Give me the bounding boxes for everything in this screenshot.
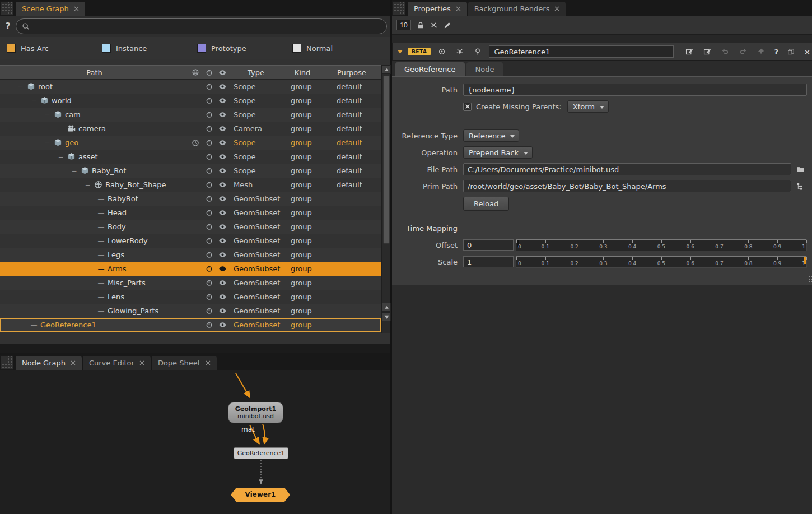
eye-icon[interactable]: [218, 237, 227, 245]
node-viewer1[interactable]: Viewer1: [231, 488, 290, 502]
scenegraph-row-head[interactable]: —HeadGeomSubsetgroup: [0, 206, 381, 220]
scenegraph-row-geo[interactable]: −geoScopegroupdefault: [0, 136, 381, 150]
power-icon[interactable]: [206, 293, 213, 300]
frame-value-field[interactable]: [396, 20, 411, 30]
eye-icon[interactable]: [218, 124, 227, 133]
power-icon[interactable]: [206, 209, 213, 216]
scale-field[interactable]: [463, 256, 514, 267]
collapse-arrow-icon[interactable]: [397, 49, 403, 55]
node-georeference1[interactable]: GeoReference1: [234, 447, 288, 459]
reload-button[interactable]: Reload: [463, 197, 509, 211]
power-icon[interactable]: [206, 125, 213, 132]
eye-icon[interactable]: [218, 110, 227, 119]
power-icon[interactable]: [206, 237, 213, 244]
browse-file-icon[interactable]: [795, 164, 807, 175]
xform-dropdown[interactable]: Xform: [567, 100, 609, 113]
scenegraph-row-georeference1[interactable]: —GeoReference1GeomSubsetgroup: [0, 318, 381, 332]
tree-expander[interactable]: —: [97, 251, 105, 259]
create-missing-parents-checkbox[interactable]: [463, 103, 472, 111]
tree-expander[interactable]: —: [30, 321, 38, 329]
operation-dropdown[interactable]: Prepend Back: [463, 146, 533, 159]
lightbulb-icon[interactable]: [471, 46, 484, 57]
node-graph-canvas[interactable]: GeoImport1 minibot.usd mat GeoReference1…: [0, 370, 390, 514]
lock-icon[interactable]: [417, 21, 424, 29]
tree-expander[interactable]: −: [44, 111, 51, 119]
eye-icon[interactable]: [218, 82, 227, 91]
view-node-icon[interactable]: [435, 46, 449, 57]
undo-icon[interactable]: [718, 46, 732, 57]
scenegraph-row-misc_parts[interactable]: —Misc_PartsGeomSubsetgroup: [0, 276, 381, 290]
scenegraph-row-arms[interactable]: —ArmsGeomSubsetgroup: [0, 262, 381, 276]
close-tab-icon[interactable]: [139, 360, 144, 365]
pin-icon[interactable]: [754, 46, 768, 57]
edit-box-icon[interactable]: [683, 46, 696, 57]
close-tab-icon[interactable]: [71, 360, 76, 365]
panel-grip[interactable]: [392, 1, 405, 16]
tree-expander[interactable]: −: [30, 97, 38, 105]
eye-icon[interactable]: [218, 293, 227, 301]
tree-expander[interactable]: —: [97, 279, 105, 287]
tree-expander[interactable]: —: [97, 223, 105, 231]
power-icon[interactable]: [206, 83, 213, 90]
node-geoimport1[interactable]: GeoImport1 minibot.usd: [228, 402, 283, 423]
search-box[interactable]: [16, 18, 387, 34]
power-icon[interactable]: [206, 279, 213, 286]
scenegraph-row-camera[interactable]: —cameraCameragroupdefault: [0, 122, 381, 136]
power-icon[interactable]: [206, 111, 213, 118]
edit-box-alt-icon[interactable]: [701, 46, 714, 57]
power-icon[interactable]: [206, 139, 213, 146]
fly-icon[interactable]: [453, 46, 466, 57]
tab-node-graph[interactable]: Node Graph: [16, 356, 82, 370]
pencil-icon[interactable]: [444, 21, 451, 29]
tree-expander[interactable]: —: [97, 293, 105, 301]
offset-timeline[interactable]: 00.10.20.30.40.50.60.70.80.91: [516, 239, 807, 251]
tab-properties[interactable]: Properties: [408, 2, 467, 16]
tree-expander[interactable]: −: [17, 83, 24, 91]
scenegraph-row-glowing_parts[interactable]: —Glowing_PartsGeomSubsetgroup: [0, 304, 381, 318]
scrollbar-thumb[interactable]: [383, 76, 390, 244]
power-icon[interactable]: [206, 195, 213, 202]
scrollbar[interactable]: [381, 65, 390, 333]
help-icon[interactable]: ?: [3, 21, 12, 31]
redo-icon[interactable]: [736, 46, 750, 57]
tree-expander[interactable]: —: [97, 209, 105, 217]
close-tab-icon[interactable]: [456, 6, 461, 11]
search-input[interactable]: [33, 22, 381, 31]
scroll-down-icon[interactable]: [382, 312, 391, 321]
close-icon[interactable]: ×: [802, 48, 812, 56]
eye-icon[interactable]: [218, 166, 227, 175]
prim-path-field[interactable]: [463, 180, 791, 192]
scale-timeline[interactable]: 00.10.20.30.40.50.60.70.80.91: [516, 256, 807, 268]
eye-icon[interactable]: [218, 251, 227, 259]
scenegraph-row-lens[interactable]: —LensGeomSubsetgroup: [0, 290, 381, 304]
power-icon[interactable]: [206, 181, 213, 188]
float-window-icon[interactable]: [785, 46, 798, 57]
eye-icon[interactable]: [218, 265, 227, 273]
tab-node[interactable]: Node: [466, 62, 503, 76]
file-path-field[interactable]: [463, 163, 791, 175]
close-tab-icon[interactable]: [74, 6, 79, 11]
tree-expander[interactable]: −: [84, 181, 91, 189]
eye-icon[interactable]: [218, 152, 227, 161]
eye-icon[interactable]: [218, 96, 227, 105]
eye-icon[interactable]: [218, 195, 227, 203]
power-icon[interactable]: [206, 167, 213, 174]
power-icon[interactable]: [206, 321, 213, 328]
eye-icon[interactable]: [218, 321, 227, 329]
eye-icon[interactable]: [218, 209, 227, 217]
eye-icon[interactable]: [218, 307, 227, 315]
scenegraph-row-body[interactable]: —BodyGeomSubsetgroup: [0, 220, 381, 234]
node-name-field[interactable]: [489, 45, 674, 58]
offset-field[interactable]: [463, 239, 514, 251]
unpin-icon[interactable]: [430, 21, 438, 29]
scroll-up-icon[interactable]: [382, 65, 391, 74]
power-icon[interactable]: [206, 153, 213, 160]
eye-icon[interactable]: [218, 279, 227, 287]
scenegraph-row-asset[interactable]: −assetScopegroupdefault: [0, 150, 381, 164]
scenegraph-row-cam[interactable]: −camScopegroupdefault: [0, 108, 381, 122]
tree-expander[interactable]: −: [44, 139, 51, 147]
close-tab-icon[interactable]: [206, 360, 211, 365]
tree-expander[interactable]: —: [97, 265, 105, 273]
tab-background-renders[interactable]: Background Renders: [468, 2, 566, 16]
resize-grip[interactable]: [808, 276, 812, 283]
